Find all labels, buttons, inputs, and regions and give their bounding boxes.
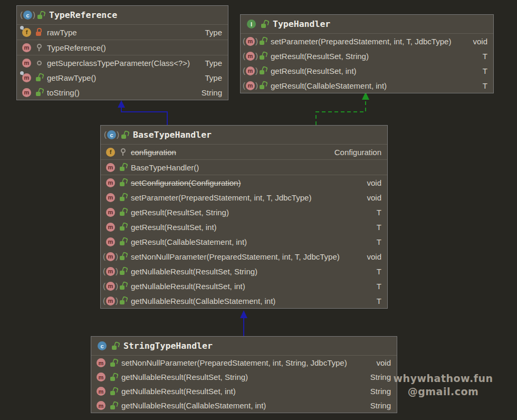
final-pin-icon — [20, 26, 24, 30]
class-node-typereference[interactable]: c TypeReference frawTypeTypemTypeReferen… — [16, 5, 228, 100]
method-abstract-icon: m — [246, 52, 255, 61]
final-pin-icon — [20, 71, 24, 75]
member-name: setNonNullParameter(PreparedStatement, i… — [131, 252, 340, 261]
class-node-typehandler[interactable]: I TypeHandler msetParameter(PreparedStat… — [240, 14, 494, 93]
method-row[interactable]: mgetNullableResult(CallableStatement, in… — [91, 398, 397, 413]
member-type: T — [371, 267, 381, 276]
method-row[interactable]: msetNonNullParameter(PreparedStatement, … — [91, 356, 397, 370]
member-name: setParameter(PreparedStatement, int, T, … — [131, 193, 311, 202]
method-row[interactable]: mgetResult(CallableStatement, int)T — [241, 78, 493, 93]
public-visibility-icon — [37, 11, 44, 20]
member-name: getResult(ResultSet, int) — [271, 66, 357, 75]
public-visibility-icon — [35, 88, 43, 97]
abstract-class-icon: c — [23, 11, 32, 20]
member-name: BaseTypeHandler() — [131, 163, 199, 172]
method-row[interactable]: mTypeReference() — [17, 40, 228, 55]
method-icon: m — [106, 208, 115, 217]
implements-arrow-basetypehandler-to-typehandler — [316, 92, 369, 125]
member-section-constructors: mBaseTypeHandler() — [101, 159, 387, 175]
method-abstract-icon: m — [246, 37, 255, 46]
class-header[interactable]: I TypeHandler — [241, 15, 493, 34]
public-visibility-icon — [119, 208, 127, 216]
member-name: getResult(ResultSet, String) — [131, 208, 229, 217]
method-row[interactable]: mtoString()String — [17, 85, 228, 100]
method-icon: m — [106, 163, 115, 172]
member-type: void — [467, 37, 487, 46]
method-row[interactable]: msetNonNullParameter(PreparedStatement, … — [101, 249, 387, 264]
class-title: TypeHandler — [273, 19, 330, 29]
method-icon: m — [97, 401, 106, 410]
class-node-basetypehandler[interactable]: c BaseTypeHandler fconfigurationConfigur… — [100, 125, 388, 309]
member-type: void — [361, 178, 381, 187]
method-icon: m — [97, 373, 106, 381]
method-row[interactable]: mgetResult(CallableStatement, int)T — [101, 234, 387, 249]
method-row[interactable]: msetParameter(PreparedStatement, int, T,… — [101, 190, 387, 205]
member-type: void — [361, 193, 381, 202]
package-visibility-icon — [35, 59, 43, 67]
method-abstract-icon: m — [246, 81, 255, 90]
extends-arrow-stringtypehandler-to-basetypehandler — [240, 310, 247, 336]
member-name: getResult(ResultSet, int) — [131, 223, 217, 232]
member-type: Type — [199, 73, 222, 82]
public-visibility-icon — [119, 178, 127, 187]
method-row[interactable]: mgetNullableResult(ResultSet, int)T — [101, 279, 387, 293]
member-type: String — [365, 373, 391, 381]
member-name: getNullableResult(ResultSet, int) — [131, 282, 245, 291]
class-header[interactable]: c TypeReference — [17, 6, 228, 25]
method-row[interactable]: msetParameter(PreparedStatement, int, T,… — [241, 34, 493, 49]
member-name: getResult(ResultSet, String) — [271, 52, 369, 61]
member-type: T — [477, 66, 487, 75]
member-type: String — [365, 401, 391, 410]
public-visibility-icon — [119, 297, 127, 305]
public-visibility-icon — [111, 342, 119, 350]
public-visibility-icon — [119, 163, 127, 171]
member-type: void — [371, 358, 391, 367]
member-type: Configuration — [329, 148, 381, 157]
method-row[interactable]: mgetNullableResult(ResultSet, int)String — [91, 384, 397, 398]
member-section-fields: frawTypeType — [17, 25, 228, 40]
method-abstract-icon: m — [106, 267, 115, 276]
member-type: T — [371, 237, 381, 246]
field-row[interactable]: fconfigurationConfiguration — [101, 145, 387, 159]
field-row[interactable]: frawTypeType — [17, 25, 228, 40]
public-visibility-icon — [119, 267, 127, 275]
public-visibility-icon — [121, 131, 128, 139]
member-section-methods: msetNonNullParameter(PreparedStatement, … — [91, 356, 397, 413]
class-node-stringtypehandler[interactable]: c StringTypeHandler msetNonNullParameter… — [91, 336, 397, 413]
method-row[interactable]: mgetSuperclassTypeParameter(Class<?>)Typ… — [17, 55, 228, 70]
method-row[interactable]: mgetNullableResult(CallableStatement, in… — [101, 293, 387, 308]
private-visibility-icon — [35, 28, 43, 36]
method-row[interactable]: mgetNullableResult(ResultSet, String)T — [101, 264, 387, 279]
class-title: TypeReference — [49, 10, 117, 20]
public-visibility-icon — [259, 52, 266, 60]
class-header[interactable]: c StringTypeHandler — [91, 337, 397, 356]
class-icon: c — [98, 341, 119, 350]
public-visibility-icon — [110, 402, 117, 410]
method-icon: m — [97, 358, 106, 367]
method-row[interactable]: mgetResult(ResultSet, String)T — [101, 205, 387, 219]
uml-diagram-canvas: c TypeReference frawTypeTypemTypeReferen… — [0, 0, 517, 420]
public-visibility-icon — [261, 20, 268, 28]
abstract-class-icon: c — [23, 11, 44, 20]
method-row[interactable]: mgetRawType()Type — [17, 70, 228, 85]
interface-icon: I — [247, 20, 256, 28]
member-type: String — [365, 387, 391, 396]
class-title: StringTypeHandler — [123, 341, 213, 351]
method-row[interactable]: msetConfiguration(Configuration)void — [101, 175, 387, 190]
member-section-constructors: mTypeReference() — [17, 40, 228, 55]
method-row[interactable]: mgetResult(ResultSet, String)T — [241, 49, 493, 63]
method-row[interactable]: mgetNullableResult(ResultSet, String)Str… — [91, 370, 397, 384]
class-icon: c — [98, 341, 107, 350]
member-section-fields: fconfigurationConfiguration — [101, 145, 387, 159]
method-row[interactable]: mgetResult(ResultSet, int)T — [101, 219, 387, 234]
class-header[interactable]: c BaseTypeHandler — [101, 126, 387, 145]
abstract-class-icon: c — [107, 130, 116, 139]
method-abstract-icon: m — [106, 297, 115, 306]
member-name: setNonNullParameter(PreparedStatement, i… — [121, 358, 347, 367]
member-name: configuration — [131, 148, 176, 157]
method-icon: m — [106, 178, 115, 187]
method-icon: m — [106, 223, 115, 232]
method-row[interactable]: mBaseTypeHandler() — [101, 160, 387, 175]
member-section-methods: msetParameter(PreparedStatement, int, T,… — [241, 34, 493, 93]
method-row[interactable]: mgetResult(ResultSet, int)T — [241, 63, 493, 78]
